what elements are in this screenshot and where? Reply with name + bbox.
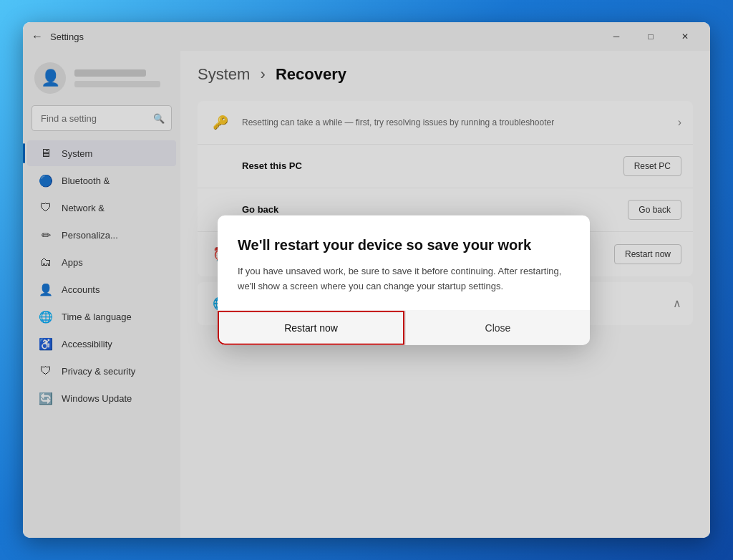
close-dialog-button[interactable]: Close (405, 310, 590, 344)
settings-window: ← Settings ─ □ ✕ 👤 🔍 🖥 Syst (23, 22, 710, 538)
restart-now-button[interactable]: Restart now (218, 310, 404, 344)
dialog-title: We'll restart your device so save your w… (238, 236, 570, 254)
dialog-body: If you have unsaved work, be sure to sav… (238, 264, 570, 294)
restart-dialog: We'll restart your device so save your w… (218, 216, 590, 345)
dialog-actions: Restart now Close (218, 309, 590, 344)
